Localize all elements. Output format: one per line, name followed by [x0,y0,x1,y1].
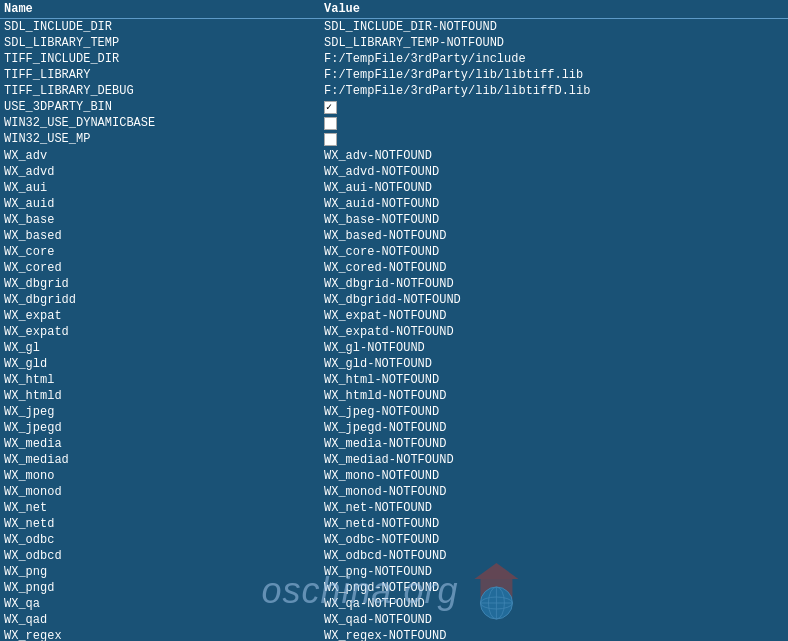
row-value-cell: WX_qad-NOTFOUND [324,613,784,627]
checkbox-checked-icon[interactable] [324,101,337,114]
table-row: WX_advdWX_advd-NOTFOUND [0,164,788,180]
row-value-cell: WX_png-NOTFOUND [324,565,784,579]
row-name-cell: WX_jpeg [4,405,324,419]
table-row: WX_monodWX_monod-NOTFOUND [0,484,788,500]
row-value-cell: WX_advd-NOTFOUND [324,165,784,179]
table-body: SDL_INCLUDE_DIRSDL_INCLUDE_DIR-NOTFOUNDS… [0,19,788,641]
table-row: WX_regexWX_regex-NOTFOUND [0,628,788,641]
row-name-cell: WX_odbc [4,533,324,547]
row-value-cell: F:/TempFile/3rdParty/lib/libtiffD.lib [324,84,784,98]
row-value-cell: WX_cored-NOTFOUND [324,261,784,275]
table-row: WX_odbcWX_odbc-NOTFOUND [0,532,788,548]
main-table: Name Value SDL_INCLUDE_DIRSDL_INCLUDE_DI… [0,0,788,641]
row-name-cell: WX_mono [4,469,324,483]
table-row: WIN32_USE_MP [0,131,788,147]
row-name-cell: WX_base [4,213,324,227]
table-row: WX_dbgridWX_dbgrid-NOTFOUND [0,276,788,292]
table-header: Name Value [0,0,788,19]
checkbox-unchecked-icon[interactable] [324,133,337,146]
row-value-cell: WX_qa-NOTFOUND [324,597,784,611]
table-row: WX_mediaWX_media-NOTFOUND [0,436,788,452]
table-row: WX_glWX_gl-NOTFOUND [0,340,788,356]
row-value-cell: WX_aui-NOTFOUND [324,181,784,195]
column-value-header: Value [324,2,784,16]
row-value-cell: WX_expat-NOTFOUND [324,309,784,323]
row-name-cell: WX_qa [4,597,324,611]
row-name-cell: WX_expatd [4,325,324,339]
row-value-cell: WX_regex-NOTFOUND [324,629,784,641]
row-value-cell: WX_odbc-NOTFOUND [324,533,784,547]
row-value-cell: WX_dbgridd-NOTFOUND [324,293,784,307]
checkbox-unchecked-icon[interactable] [324,117,337,130]
row-value-cell[interactable] [324,100,784,114]
row-name-cell: WX_net [4,501,324,515]
row-value-cell: WX_netd-NOTFOUND [324,517,784,531]
table-row: WX_gldWX_gld-NOTFOUND [0,356,788,372]
row-name-cell: WX_regex [4,629,324,641]
row-name-cell: WX_monod [4,485,324,499]
row-value-cell: SDL_LIBRARY_TEMP-NOTFOUND [324,36,784,50]
table-row: WX_baseWX_base-NOTFOUND [0,212,788,228]
row-name-cell: WX_gl [4,341,324,355]
row-value-cell: SDL_INCLUDE_DIR-NOTFOUND [324,20,784,34]
table-row: WX_htmldWX_htmld-NOTFOUND [0,388,788,404]
table-row: WX_basedWX_based-NOTFOUND [0,228,788,244]
row-name-cell: WX_png [4,565,324,579]
table-row: WX_qaWX_qa-NOTFOUND [0,596,788,612]
row-value-cell: WX_pngd-NOTFOUND [324,581,784,595]
row-name-cell: WIN32_USE_DYNAMICBASE [4,116,324,130]
row-value-cell: WX_core-NOTFOUND [324,245,784,259]
row-name-cell: WX_netd [4,517,324,531]
row-value-cell: WX_dbgrid-NOTFOUND [324,277,784,291]
row-name-cell: WX_gld [4,357,324,371]
row-name-cell: WX_cored [4,261,324,275]
row-name-cell: WIN32_USE_MP [4,132,324,146]
row-value-cell: WX_jpeg-NOTFOUND [324,405,784,419]
table-row: WX_coredWX_cored-NOTFOUND [0,260,788,276]
table-row: SDL_LIBRARY_TEMPSDL_LIBRARY_TEMP-NOTFOUN… [0,35,788,51]
row-value-cell: WX_base-NOTFOUND [324,213,784,227]
row-name-cell: WX_expat [4,309,324,323]
row-value-cell: WX_net-NOTFOUND [324,501,784,515]
row-name-cell: TIFF_LIBRARY [4,68,324,82]
table-row: WX_netdWX_netd-NOTFOUND [0,516,788,532]
row-name-cell: WX_media [4,437,324,451]
table-row: WIN32_USE_DYNAMICBASE [0,115,788,131]
row-value-cell[interactable] [324,132,784,146]
row-value-cell: WX_mediad-NOTFOUND [324,453,784,467]
table-row: WX_expatWX_expat-NOTFOUND [0,308,788,324]
row-name-cell: WX_pngd [4,581,324,595]
row-value-cell: WX_monod-NOTFOUND [324,485,784,499]
row-value-cell: WX_adv-NOTFOUND [324,149,784,163]
row-name-cell: WX_mediad [4,453,324,467]
row-value-cell: WX_odbcd-NOTFOUND [324,549,784,563]
table-row: TIFF_INCLUDE_DIRF:/TempFile/3rdParty/inc… [0,51,788,67]
table-row: USE_3DPARTY_BIN [0,99,788,115]
table-row: SDL_INCLUDE_DIRSDL_INCLUDE_DIR-NOTFOUND [0,19,788,35]
row-name-cell: WX_jpegd [4,421,324,435]
row-name-cell: WX_advd [4,165,324,179]
row-name-cell: SDL_LIBRARY_TEMP [4,36,324,50]
row-value-cell: WX_mono-NOTFOUND [324,469,784,483]
row-value-cell: WX_based-NOTFOUND [324,229,784,243]
table-row: TIFF_LIBRARYF:/TempFile/3rdParty/lib/lib… [0,67,788,83]
row-value-cell: F:/TempFile/3rdParty/lib/libtiff.lib [324,68,784,82]
table-row: WX_auiWX_aui-NOTFOUND [0,180,788,196]
table-row: WX_expatdWX_expatd-NOTFOUND [0,324,788,340]
row-value-cell: WX_expatd-NOTFOUND [324,325,784,339]
row-value-cell[interactable] [324,116,784,130]
table-row: WX_jpegWX_jpeg-NOTFOUND [0,404,788,420]
row-name-cell: WX_core [4,245,324,259]
row-name-cell: TIFF_LIBRARY_DEBUG [4,84,324,98]
table-row: WX_qadWX_qad-NOTFOUND [0,612,788,628]
row-value-cell: WX_auid-NOTFOUND [324,197,784,211]
table-row: WX_odbcdWX_odbcd-NOTFOUND [0,548,788,564]
row-name-cell: WX_odbcd [4,549,324,563]
row-name-cell: WX_dbgridd [4,293,324,307]
table-row: WX_coreWX_core-NOTFOUND [0,244,788,260]
row-name-cell: TIFF_INCLUDE_DIR [4,52,324,66]
table-row: WX_mediadWX_mediad-NOTFOUND [0,452,788,468]
row-value-cell: WX_htmld-NOTFOUND [324,389,784,403]
row-value-cell: WX_gl-NOTFOUND [324,341,784,355]
table-row: WX_auidWX_auid-NOTFOUND [0,196,788,212]
